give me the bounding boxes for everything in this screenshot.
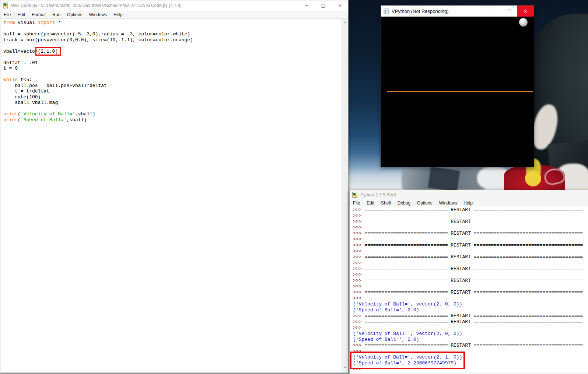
wallpaper-yellow-circle [525,170,541,186]
shell-line: >>> [353,248,588,254]
menu-item-run[interactable]: Run [49,12,64,17]
shell-line: >>> [353,213,588,219]
shell-window: Python 2.7.9 Shell FileEditShellDebugOpt… [349,190,588,374]
shell-titlebar[interactable]: Python 2.7.9 Shell [350,190,588,200]
shell-line: ('Speed of Ball=', 2.0) [353,307,588,313]
shell-line: ('Velocity of Ball=', vector(2, 0, 0)) [353,301,588,307]
code-line [3,54,342,60]
shell-line: ('Velocity of Ball=', vector(2, 1, 0)) [353,354,588,360]
shell-line: >>> [353,284,588,290]
menu-item-debug[interactable]: Debug [394,200,414,206]
code-line: from visual import * [3,20,342,26]
menu-item-file[interactable]: File [0,12,14,17]
code-line: sball=vball.mag [3,100,342,106]
menu-item-shell[interactable]: Shell [378,200,394,206]
code-line: track = box(pos=vector(0,0,0), size=(10,… [3,37,342,43]
maximize-button[interactable]: □ [502,6,517,17]
scroll-down-icon[interactable]: ▼ [342,364,348,370]
vpython-titlebar[interactable]: VPython (Not Responding) ─ □ × [381,6,534,17]
sphere-ball [519,18,528,27]
menu-item-edit[interactable]: Edit [363,200,378,206]
editor-titlebar[interactable]: Wiki Code.py - C:/Users/matts_000/Docume… [0,0,348,11]
shell-line: >>> [353,225,588,231]
shell-line: >>> ============================= RESTAR… [353,343,588,349]
code-line: t = 0 [3,66,342,71]
menu-item-help[interactable]: Help [460,200,476,206]
shell-line: ('Speed of Ball=', 2.23606797749979) [353,360,588,366]
track-line [387,91,533,92]
wallpaper-strap [428,167,460,192]
idle-icon [3,3,9,8]
shell-menubar: FileEditShellDebugOptionsWindowsHelp [350,200,588,206]
code-line: ball = sphere(pos=vector(-5,.3,0),radius… [3,31,342,37]
vpython-window-icon [384,8,389,14]
menu-item-format[interactable]: Format [28,12,49,17]
code-line: print('Speed of Ball=',sball) [3,117,342,123]
idle-icon [352,192,358,198]
menu-item-edit[interactable]: Edit [14,12,28,17]
shell-output[interactable]: >>> ============================= RESTAR… [350,206,588,374]
shell-line: >>> ============================= RESTAR… [353,313,588,319]
maximize-button[interactable]: □ [315,0,332,11]
code-line: ball.pos = ball.pos+vball*deltat [3,83,342,89]
shell-line: >>> ============================= RESTAR… [353,254,588,260]
menu-item-windows[interactable]: Windows [85,12,110,17]
shell-line: >>> [353,272,588,278]
code-line: while t<5: [3,77,342,83]
code-line: t = t+deltat [3,88,342,94]
scroll-up-icon[interactable]: ▲ [342,19,348,25]
shell-line: >>> ============================= RESTAR… [353,207,588,213]
code-line: print('Velocity of Ball=',vball) [3,111,342,117]
shell-line: >>> [353,325,588,331]
code-line [3,71,342,77]
vpython-window-controls: ─ □ × [487,6,534,17]
shell-line: >>> [353,366,588,372]
shell-line: >>> [353,349,588,354]
menu-item-file[interactable]: File [350,200,363,206]
shell-line: >>> ============================= RESTAR… [353,290,588,296]
code-line [3,26,342,32]
minimize-button[interactable]: ─ [487,6,502,17]
shell-line: >>> [353,296,588,301]
desktop: Wiki Code.py - C:/Users/matts_000/Docume… [0,0,588,374]
editor-window-controls: ─ □ × [298,0,348,11]
shell-line: >>> ============================= RESTAR… [353,219,588,225]
code-line: vball=vector(2,1,0) [3,49,342,55]
vpython-canvas[interactable] [381,17,534,167]
menu-item-options[interactable]: Options [64,12,85,17]
code-line [3,106,342,112]
shell-line: ('Velocity of Ball=', vector(2, 0, 0)) [353,331,588,337]
minimize-button[interactable]: ─ [298,0,315,11]
shell-line: >>> ============================= RESTAR… [353,266,588,272]
close-button[interactable]: × [517,6,534,17]
code-area[interactable]: from visual import * ball = sphere(pos=v… [0,19,342,373]
shell-line: ('Speed of Ball=', 2.0) [353,337,588,343]
menu-item-help[interactable]: Help [110,12,126,17]
vpython-title: VPython (Not Responding) [392,8,449,14]
menu-item-options[interactable]: Options [414,200,435,206]
editor-window: Wiki Code.py - C:/Users/matts_000/Docume… [0,0,349,373]
close-button[interactable]: × [332,0,348,11]
menu-item-windows[interactable]: Windows [435,200,460,206]
editor-scrollbar[interactable]: ▲ ▼ [342,19,348,373]
shell-line: >>> [353,237,588,242]
vpython-window: VPython (Not Responding) ─ □ × [381,5,534,167]
shell-line: >>> ============================= RESTAR… [353,231,588,237]
code-line: rate(100) [3,94,342,100]
code-line: deltat = .01 [3,60,342,66]
shell-line: >>> ============================= RESTAR… [353,278,588,284]
editor-menubar: FileEditFormatRunOptionsWindowsHelp [0,11,348,19]
code-line [3,43,342,49]
shell-title: Python 2.7.9 Shell [360,192,396,198]
shell-line: >>> [353,260,588,266]
shell-line: >>> ============================= RESTAR… [353,319,588,325]
editor-title: Wiki Code.py - C:/Users/matts_000/Docume… [11,3,182,8]
shell-line: >>> ============================= RESTAR… [353,242,588,248]
